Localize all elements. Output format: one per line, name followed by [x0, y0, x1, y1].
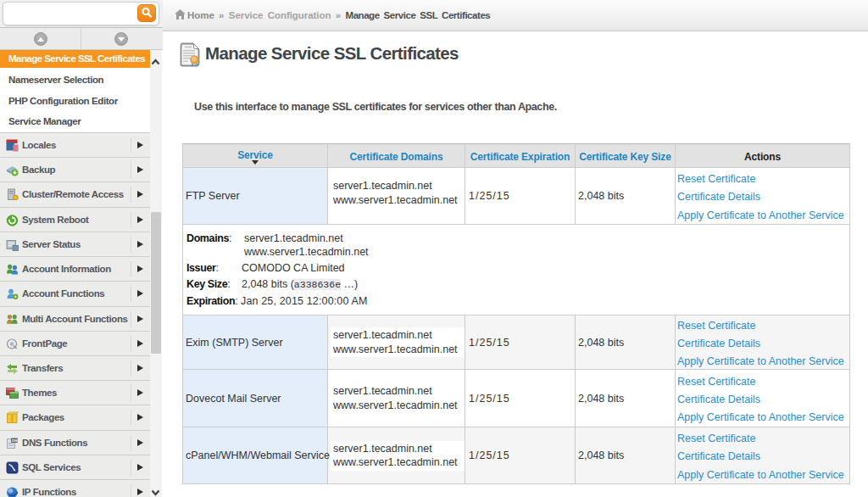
svg-text:DNS: DNS	[12, 438, 19, 443]
